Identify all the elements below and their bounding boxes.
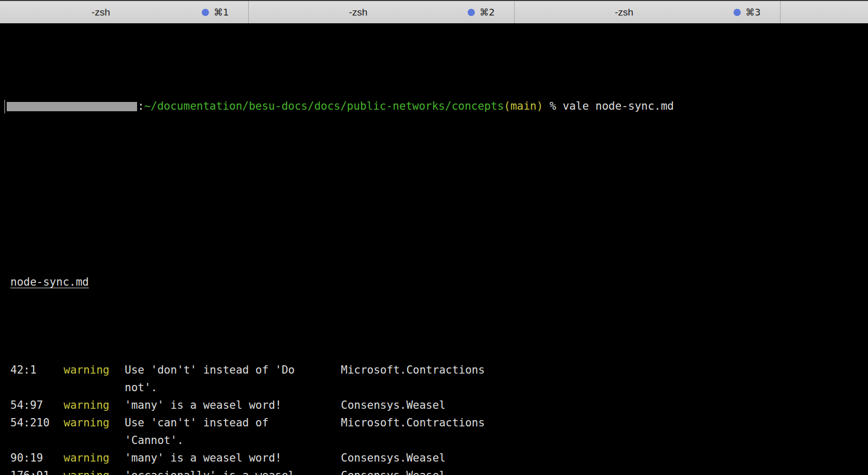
issue-severity: warning <box>64 467 125 475</box>
issue-message: Use 'don't' instead of 'Do not'. <box>125 361 341 396</box>
tab-title: -zsh <box>515 7 734 18</box>
issue-rule: Consensys.Weasel <box>341 449 868 467</box>
tab-active-dot-icon <box>468 9 475 16</box>
issue-rule: Consensys.Weasel <box>341 467 868 475</box>
tab-shortcut: ⌘3 <box>745 7 760 18</box>
issue-location: 54:97 <box>10 396 64 414</box>
tab-active-dot-icon <box>734 9 741 16</box>
prompt-line: :~/documentation/besu-docs/docs/public-n… <box>4 97 868 115</box>
tab-badge: ⌘1 <box>202 7 235 18</box>
redaction-edge <box>4 100 5 113</box>
tab-shortcut: ⌘1 <box>214 7 229 18</box>
tab-bar-empty-area <box>781 1 868 23</box>
tab-zsh-3[interactable]: -zsh ⌘3 <box>515 1 781 23</box>
issues-table: 42:1warningUse 'don't' instead of 'Do no… <box>10 361 868 475</box>
blank-line <box>4 185 868 203</box>
issue-message: 'occasionally' is a weasel word! <box>125 467 341 475</box>
terminal-screen[interactable]: :~/documentation/besu-docs/docs/public-n… <box>0 23 868 475</box>
issue-rule: Consensys.Weasel <box>341 396 868 414</box>
tab-zsh-1[interactable]: -zsh ⌘1 <box>0 1 249 23</box>
tab-title: -zsh <box>249 7 468 18</box>
issue-severity: warning <box>64 361 125 379</box>
issue-severity: warning <box>64 396 125 414</box>
prompt-separator: : <box>138 100 144 112</box>
tab-zsh-2[interactable]: -zsh ⌘2 <box>249 1 515 23</box>
issue-location: 42:1 <box>10 361 64 379</box>
prompt-path: ~/documentation/besu-docs/docs/public-ne… <box>144 100 504 112</box>
issue-location: 90:19 <box>10 449 64 467</box>
tab-shortcut: ⌘2 <box>480 7 495 18</box>
issue-location: 54:210 <box>10 414 64 432</box>
tab-badge: ⌘2 <box>468 7 501 18</box>
issue-message: 'many' is a weasel word! <box>125 396 341 414</box>
file-name: node-sync.md <box>10 276 89 288</box>
issue-severity: warning <box>64 414 125 432</box>
issue-message: 'many' is a weasel word! <box>125 449 341 467</box>
issue-rule: Microsoft.Contractions <box>341 414 868 432</box>
issue-rule: Microsoft.Contractions <box>341 361 868 379</box>
tab-bar: -zsh ⌘1 -zsh ⌘2 -zsh ⌘3 <box>0 0 868 23</box>
issue-severity: warning <box>64 449 125 467</box>
file-header: node-sync.md <box>10 273 868 291</box>
prompt-command: % vale node-sync.md <box>543 100 674 112</box>
redacted-username-box <box>7 102 137 111</box>
tab-title: -zsh <box>0 7 202 18</box>
prompt-git-branch: (main) <box>504 100 543 112</box>
issue-message: Use 'can't' instead of 'Cannot'. <box>125 414 341 449</box>
tab-badge: ⌘3 <box>734 7 767 18</box>
issue-location: 176:91 <box>10 467 64 475</box>
tab-active-dot-icon <box>202 9 209 16</box>
